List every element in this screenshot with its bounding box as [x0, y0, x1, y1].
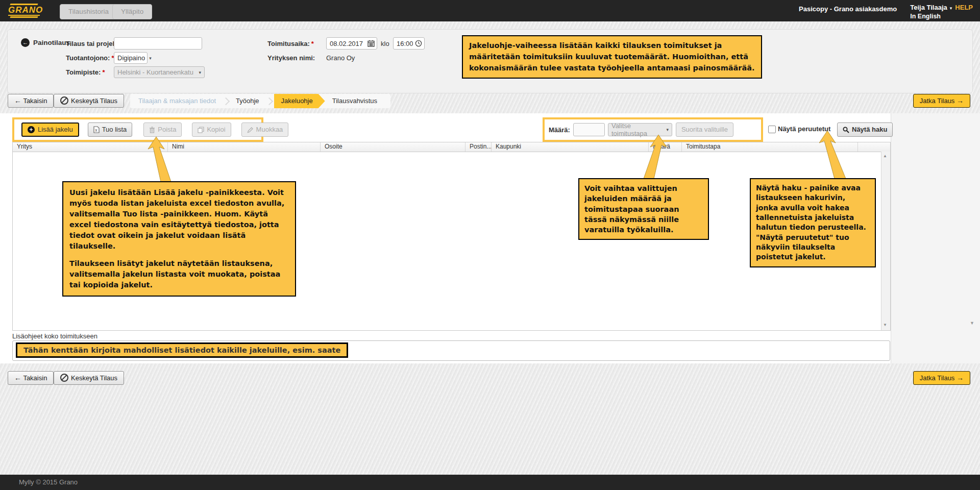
clock-icon[interactable] — [415, 40, 422, 47]
order-project-input[interactable] — [114, 37, 202, 50]
logo-text: GRANO — [8, 6, 40, 16]
language-link[interactable]: In English — [910, 13, 941, 20]
column-header-name[interactable]: Nimi — [168, 142, 321, 152]
office-value: Helsinki - Kuortaneenkatu — [117, 68, 193, 76]
callout-arrow-up — [819, 131, 856, 179]
product-back-link[interactable]: ← Painotilaus — [21, 38, 70, 47]
step-distribution-active[interactable]: Jakeluohje — [274, 94, 325, 108]
calendar-icon[interactable] — [368, 40, 375, 47]
toolbar-highlight-left: +Lisää jakelu x Tuo lista Poista Kopioi … — [12, 117, 263, 142]
distribution-content: ▼ +Lisää jakelu x Tuo lista Poista Kopio… — [0, 113, 980, 363]
office-label: Toimipiste:* — [66, 68, 105, 76]
required-marker: * — [311, 40, 314, 47]
scroll-down-icon[interactable]: ▼ — [970, 321, 974, 326]
chevron-right-icon — [265, 97, 273, 105]
chevron-down-icon: ▾ — [149, 56, 152, 61]
search-callout: Näytä haku - painike avaa listaukseen ha… — [750, 178, 876, 267]
delivery-date-field — [326, 37, 377, 50]
import-list-button[interactable]: x Tuo lista — [88, 122, 133, 137]
back-button-bottom[interactable]: ← Takaisin — [8, 371, 54, 385]
delivery-date-input[interactable] — [330, 40, 365, 47]
right-arrow-icon: → — [957, 374, 964, 382]
wizard-breadcrumb: Tilaajan & maksajan tiedot Työohje Jakel… — [130, 94, 390, 108]
delete-button: Poista — [143, 122, 182, 137]
account-name: Pasicopy - Grano asiakasdemo — [799, 5, 897, 13]
trash-icon — [149, 127, 155, 133]
ban-icon — [60, 96, 68, 105]
back-button-top[interactable]: ← Takaisin — [8, 94, 54, 108]
page-footer: Mylly © 2015 Grano — [0, 475, 980, 490]
right-arrow-icon: → — [957, 96, 964, 105]
production-queue-select[interactable]: Digipaino ▾ — [114, 52, 148, 64]
cancel-order-button-bottom[interactable]: Keskeytä Tilaus — [54, 371, 124, 385]
logo-decoration — [10, 4, 38, 5]
step-order-confirmation[interactable]: Tilausvahvistus — [326, 94, 383, 108]
chevron-down-icon: ▾ — [950, 6, 952, 11]
column-header-city[interactable]: Kaupunki — [492, 142, 649, 152]
app-root: GRANO Tilaushistoria Ylläpito Pasicopy -… — [0, 0, 980, 490]
callout-paragraph: Tilaukseen lisätyt jakelut näytetään lis… — [69, 258, 289, 290]
company-name-value: Grano Oy — [326, 54, 355, 62]
user-menu[interactable]: Teija Tilaaja — [910, 4, 947, 11]
copy-icon — [198, 127, 204, 133]
chevron-right-icon — [222, 97, 230, 105]
time-prefix-label: klo — [381, 40, 389, 47]
callout-paragraph: Uusi jakelu lisätään Lisää jakelu -paini… — [69, 187, 289, 252]
left-arrow-icon: ← — [14, 96, 21, 105]
continue-order-button-bottom[interactable]: Jatka Tilaus → — [913, 371, 970, 385]
scroll-up-icon[interactable]: ▲ — [883, 154, 887, 158]
callout-arrow-up — [147, 137, 180, 182]
delivery-time-label: Toimitusaika:* — [267, 40, 314, 47]
chevron-down-icon: ▾ — [666, 127, 669, 132]
office-select: Helsinki - Kuortaneenkatu ▾ — [114, 66, 205, 78]
logo-decoration — [10, 16, 38, 18]
table-header-row: Yritys Nimi Osoite Postin... Kaupunki Mä… — [13, 142, 890, 152]
grano-logo[interactable]: GRANO — [8, 3, 40, 18]
continue-order-button-top[interactable]: Jatka Tilaus → — [913, 94, 970, 108]
form-section: ← Painotilaus Tilaus tai projekti:* Tuot… — [0, 21, 980, 113]
ban-icon — [60, 374, 68, 382]
help-link[interactable]: HELP — [955, 4, 973, 11]
column-header-address[interactable]: Osoite — [321, 142, 465, 152]
excel-file-icon: x — [93, 126, 100, 133]
column-header-empty — [858, 142, 882, 152]
add-distribution-callout: Uusi jakelu lisätään Lisää jakelu -paini… — [62, 181, 296, 297]
required-marker: * — [102, 68, 105, 76]
order-summary-panel: ← Painotilaus Tilaus tai projekti:* Tuot… — [7, 29, 973, 93]
copyright-text: Mylly © 2015 Grano — [19, 478, 78, 486]
production-queue-value: Digipaino — [117, 54, 145, 62]
show-cancelled-checkbox[interactable] — [768, 126, 776, 133]
notes-input[interactable]: Tähän kenttään kirjoita mahdolliset lisä… — [12, 340, 890, 361]
plus-circle-icon: + — [28, 126, 35, 133]
top-bar: GRANO Tilaushistoria Ylläpito Pasicopy -… — [0, 0, 980, 21]
delivery-time-input[interactable] — [397, 40, 413, 47]
delivery-time-field — [393, 37, 425, 50]
company-name-label: Yrityksen nimi: — [267, 54, 315, 62]
scroll-down-icon[interactable]: ▼ — [883, 323, 887, 327]
content-right-margin — [891, 113, 980, 363]
copy-button: Kopioi — [192, 122, 231, 137]
column-header-postal[interactable]: Postin... — [465, 142, 492, 152]
table-scrollbar[interactable]: ▲ ▼ — [881, 152, 890, 330]
step-customer-payer[interactable]: Tilaajan & maksajan tiedot — [132, 94, 222, 108]
notes-label: Lisäohjeet koko toimitukseen — [12, 332, 97, 340]
step-work-instructions[interactable]: Työohje — [230, 94, 265, 108]
production-queue-label: Tuotantojono:* — [66, 54, 114, 62]
amount-input — [573, 123, 605, 136]
chevron-down-icon: ▾ — [199, 70, 201, 75]
bottom-action-band: ← Takaisin Keskeytä Tilaus Jatka Tilaus … — [0, 363, 980, 475]
apply-to-selected-button: Suorita valituille — [676, 122, 733, 137]
callout-arrow-up — [633, 135, 669, 179]
admin-button[interactable]: Ylläpito — [112, 4, 152, 19]
amount-label: Määrä: — [549, 126, 570, 134]
topbar-right: Pasicopy - Grano asiakasdemo Teija Tilaa… — [799, 4, 973, 20]
notes-highlight-callout: Tähän kenttään kirjoita mahdolliset lisä… — [16, 342, 348, 358]
product-title: Painotilaus — [33, 39, 70, 46]
back-circle-icon: ← — [21, 38, 30, 47]
cancel-order-button-top[interactable]: Keskeytä Tilaus — [54, 94, 124, 108]
order-history-button[interactable]: Tilaushistoria — [60, 4, 117, 19]
add-distribution-button[interactable]: +Lisää jakelu — [21, 122, 79, 137]
column-header-company[interactable]: Yritys — [13, 142, 168, 152]
svg-text:x: x — [95, 128, 97, 133]
pencil-icon — [247, 127, 254, 133]
